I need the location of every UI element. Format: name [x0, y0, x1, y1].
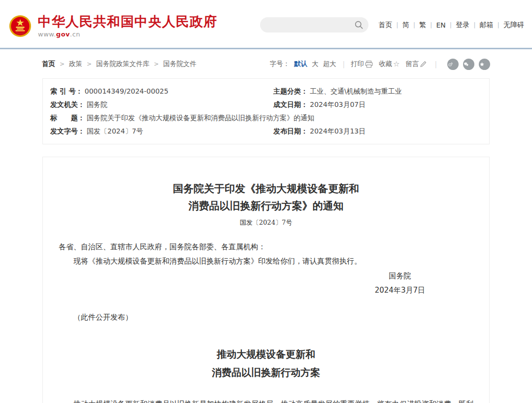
national-emblem-icon — [9, 15, 32, 37]
font-size-label: 字号： — [269, 60, 290, 68]
top-nav: 首页 | 简 | 繁 | EN | 登录 | 邮箱 | 无障碍 — [378, 21, 524, 30]
meta-created-date: 成文日期：2024年03月07日 — [266, 98, 489, 111]
meta-index: 索 引 号：000014349/2024-00025 — [43, 85, 266, 98]
star-icon[interactable]: ☆ — [393, 60, 399, 68]
salutation: 各省、自治区、直辖市人民政府，国务院各部委、各直属机构： — [59, 240, 473, 254]
favorite-button[interactable]: 收藏 — [379, 60, 392, 68]
sign-date: 2024年3月7日 — [375, 283, 425, 298]
site-brand[interactable]: 中华人民共和国中央人民政府 www.gov.cn — [9, 14, 217, 38]
breadcrumb-policy[interactable]: 政策 — [69, 60, 82, 68]
public-release-note: （此件公开发布） — [59, 310, 473, 325]
document-number: 国发〔2024〕7号 — [59, 218, 473, 227]
nav-login[interactable]: 登录 — [456, 21, 469, 30]
weibo-share-icon[interactable] — [447, 59, 459, 70]
breadcrumb-policy-library[interactable]: 国务院政策文件库 — [96, 60, 149, 68]
qzone-share-icon[interactable] — [479, 59, 490, 70]
meta-agency: 发文机关：国务院 — [43, 98, 266, 111]
breadcrumb-state-council-docs[interactable]: 国务院文件 — [163, 60, 197, 68]
pencil-icon[interactable] — [420, 61, 427, 67]
plan-title: 推动大规模设备更新和 消费品以旧换新行动方案 — [59, 345, 473, 382]
meta-topic: 主题分类：工业、交通\机械制造与重工业 — [266, 85, 489, 98]
paragraph: 推动大规模设备更新和消费品以旧换新是加快构建新发展格局、推动高质量发展的重要举措… — [59, 397, 473, 403]
site-title: 中华人民共和国中央人民政府 — [38, 14, 217, 29]
page-tools: 字号： 默认 大 超大 | 打印 收藏 ☆ 留言 | — [269, 59, 490, 70]
breadcrumb-home[interactable]: 首页 — [42, 60, 55, 68]
nav-accessibility[interactable]: 无障碍 — [503, 21, 524, 30]
nav-home[interactable]: 首页 — [378, 21, 392, 30]
signature-block: 国务院 2024年3月7日 — [375, 269, 425, 298]
search-icon[interactable] — [355, 21, 363, 29]
font-size-large[interactable]: 大 — [312, 60, 319, 68]
chevron-right-icon: > — [60, 61, 65, 67]
printer-icon[interactable] — [365, 61, 373, 68]
meta-title: 标 题：国务院关于印发《推动大规模设备更新和消费品以旧换新行动方案》的通知 — [43, 111, 489, 125]
wechat-share-icon[interactable] — [463, 59, 474, 70]
breadcrumb: 首页 > 政策 > 国务院政策文件库 > 国务院文件 — [42, 60, 197, 68]
site-url: www.gov.cn — [38, 31, 217, 38]
paragraph: 现将《推动大规模设备更新和消费品以旧换新行动方案》印发给你们，请认真贯彻执行。 — [59, 254, 473, 269]
font-size-xlarge[interactable]: 超大 — [323, 60, 336, 68]
print-button[interactable]: 打印 — [351, 60, 364, 68]
nav-simplified[interactable]: 简 — [402, 21, 409, 30]
chevron-right-icon: > — [87, 61, 92, 67]
site-header: 中华人民共和国中央人民政府 www.gov.cn 首页 | 简 | 繁 | EN… — [0, 0, 532, 49]
document-title: 国务院关于印发《推动大规模设备更新和 消费品以旧换新行动方案》的通知 — [59, 180, 473, 214]
meta-doc-number: 发文字号：国发〔2024〕7号 — [43, 125, 266, 138]
nav-english[interactable]: EN — [436, 21, 446, 29]
nav-mail[interactable]: 邮箱 — [480, 21, 494, 30]
search-input[interactable] — [267, 17, 351, 33]
meta-publish-date: 发布日期：2024年03月13日 — [266, 125, 489, 138]
document-meta-box: 索 引 号：000014349/2024-00025 主题分类：工业、交通\机械… — [42, 78, 490, 144]
document-body-box: 国务院关于印发《推动大规模设备更新和 消费品以旧换新行动方案》的通知 国发〔20… — [42, 157, 490, 403]
nav-traditional[interactable]: 繁 — [419, 21, 426, 30]
comment-button[interactable]: 留言 — [405, 60, 419, 68]
font-size-default[interactable]: 默认 — [294, 60, 307, 68]
signer: 国务院 — [375, 269, 425, 283]
chevron-right-icon: > — [154, 61, 159, 67]
search-box[interactable] — [260, 17, 368, 33]
